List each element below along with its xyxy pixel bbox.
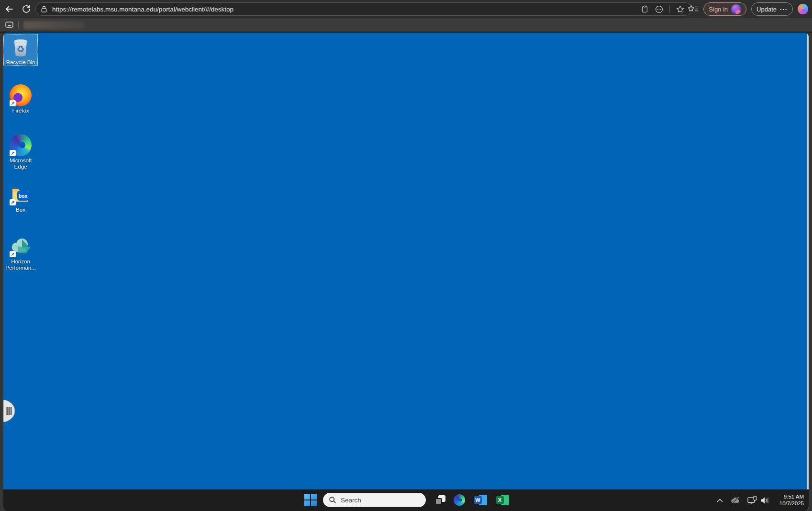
icon-label: Horizon Performan... — [5, 259, 35, 271]
update-menu-button[interactable]: Update ··· — [751, 2, 793, 16]
desktop-icon-microsoft-edge[interactable]: ↗ Microsoft Edge — [3, 132, 38, 170]
icon-label: Firefox — [12, 108, 29, 114]
shortcut-arrow-icon: ↗ — [10, 100, 16, 106]
task-view-button[interactable] — [431, 490, 450, 510]
page-scrollbar[interactable] — [807, 33, 809, 511]
icon-label: Microsoft Edge — [10, 158, 32, 170]
desktop-icon-firefox[interactable]: ↗ Firefox — [3, 82, 38, 114]
profile-avatar — [731, 4, 741, 14]
horizon-sidebar-handle[interactable] — [3, 400, 16, 422]
search-label: Search — [341, 497, 361, 504]
sign-in-label: Sign in — [709, 6, 728, 13]
svg-text:♻: ♻ — [16, 44, 24, 54]
tray-volume-button[interactable] — [757, 489, 772, 511]
recycle-bin-icon: ♻ — [9, 35, 32, 58]
circle-ellipsis-icon[interactable] — [655, 5, 664, 14]
chevron-up-icon — [716, 498, 723, 503]
sidebar-handle-icon — [3, 400, 16, 422]
shortcut-arrow-icon: ↗ — [10, 199, 16, 205]
tray-overflow-button[interactable] — [713, 489, 726, 511]
back-icon — [4, 4, 14, 14]
taskbar-excel-button[interactable]: X — [493, 490, 512, 510]
tray-date: 10/7/2025 — [779, 500, 804, 507]
shortcut-arrow-icon: ↗ — [10, 150, 16, 156]
svg-text:box: box — [19, 193, 28, 199]
icon-label: Recycle Bin — [6, 59, 35, 66]
edge-icon — [454, 494, 465, 506]
device-tab-icon[interactable] — [5, 21, 14, 29]
remote-display-icon — [747, 496, 757, 505]
desktop-icon-recycle-bin[interactable]: ♻ Recycle Bin — [3, 34, 38, 66]
task-view-icon — [435, 495, 445, 505]
word-icon: W — [474, 494, 487, 506]
icon-label: Box — [16, 207, 25, 213]
address-bar[interactable]: https://remotelabs.msu.montana.edu/porta… — [35, 2, 692, 16]
taskbar: Search W X — [3, 489, 809, 511]
favorites-list-icon[interactable] — [687, 4, 699, 14]
address-bar-divider — [669, 5, 670, 13]
favorites-bar — [0, 18, 812, 32]
desktop-icon-horizon-performance[interactable]: ↗ Horizon Performan... — [3, 233, 38, 271]
more-menu-icon: ··· — [780, 6, 788, 13]
cloud-offline-icon — [730, 496, 741, 504]
taskbar-search[interactable]: Search — [323, 493, 426, 507]
remote-desktop-viewport: ♻ Recycle Bin ↗ Firefox ↗ Microsoft Edge — [3, 33, 809, 511]
taskbar-word-button[interactable]: W — [471, 490, 490, 510]
search-icon — [329, 496, 336, 504]
taskbar-edge-button[interactable] — [450, 490, 469, 510]
update-label: Update — [756, 6, 777, 13]
refresh-icon — [22, 4, 31, 14]
tray-time: 9:51 AM — [779, 493, 804, 500]
favorites-bar-divider — [18, 21, 19, 29]
shortcut-arrow-icon: ↗ — [10, 251, 16, 257]
lock-icon — [40, 5, 48, 13]
desktop-icon-box[interactable]: box ↗ Box — [3, 182, 38, 213]
browser-toolbar: https://remotelabs.msu.montana.edu/porta… — [0, 0, 812, 18]
back-button[interactable] — [2, 2, 16, 16]
refresh-button[interactable] — [19, 2, 33, 16]
favorites-bar-redacted-item[interactable] — [23, 21, 85, 29]
tray-clock[interactable]: 9:51 AM 10/7/2025 — [779, 493, 804, 507]
copilot-icon[interactable] — [798, 4, 808, 14]
excel-icon: X — [496, 494, 509, 506]
clipboard-icon[interactable] — [640, 5, 649, 13]
tray-onedrive-button[interactable] — [728, 489, 743, 511]
url-text: https://remotelabs.msu.montana.edu/porta… — [52, 6, 640, 13]
windows-start-icon — [304, 494, 317, 506]
start-button[interactable] — [301, 490, 320, 510]
sign-in-button[interactable]: Sign in — [703, 2, 746, 16]
speaker-icon — [760, 497, 770, 504]
favorite-star-icon[interactable] — [676, 5, 685, 14]
